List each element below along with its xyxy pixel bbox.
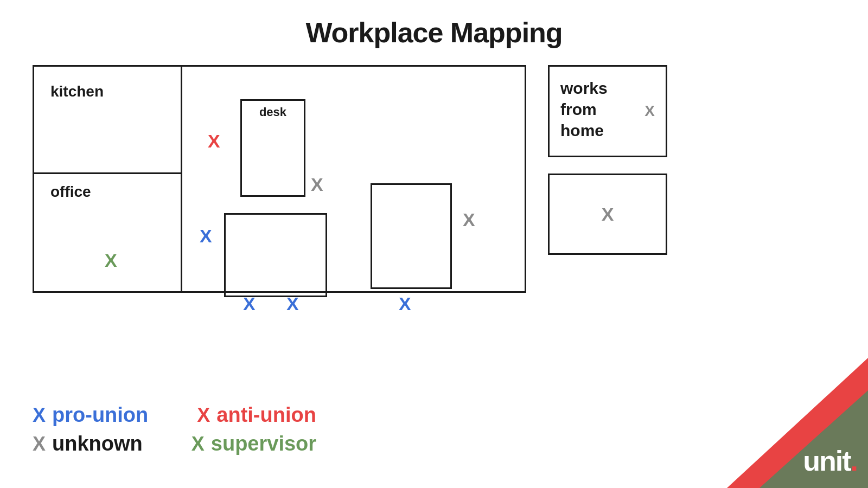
legend-unknown-label: unknown <box>52 432 143 455</box>
marker-prounion-right-table-bottom: X <box>399 294 411 313</box>
legend-anti-union-label: anti-union <box>216 403 316 427</box>
table-mid <box>224 213 327 297</box>
legend-supervisor-label: supervisor <box>211 432 316 455</box>
marker-supervisor-office: X <box>105 251 117 269</box>
marker-unknown-right-top: X <box>463 210 475 229</box>
legend-supervisor-x: X <box>192 434 205 454</box>
unit-logo: unit. <box>803 445 857 477</box>
legend-anti-union-x: X <box>197 406 210 425</box>
kitchen-label: kitchen <box>50 83 104 100</box>
legend-pro-union-x: X <box>33 406 46 425</box>
works-from-home-box: worksfromhome X <box>548 65 667 157</box>
marker-prounion-table-mid-left: X <box>243 294 256 313</box>
legend-anti-union: X anti-union <box>197 403 316 427</box>
legend-unknown-x: X <box>33 434 46 454</box>
legend-pro-union: X pro-union <box>33 403 148 427</box>
legend-row-2: X unknown X supervisor <box>33 432 316 455</box>
floor-plan: kitchen office desk X X X X X X X X <box>33 65 526 293</box>
page-title: Workplace Mapping <box>0 0 868 49</box>
legend-supervisor: X supervisor <box>192 432 316 455</box>
empty-panel-box: X <box>548 174 667 255</box>
vertical-divider <box>181 67 182 291</box>
desk-label: desk <box>259 105 286 119</box>
corner-decoration: unit. <box>727 358 868 488</box>
horizontal-divider <box>34 172 181 174</box>
legend-pro-union-label: pro-union <box>52 403 148 427</box>
right-panels: worksfromhome X X <box>548 65 667 255</box>
works-from-home-text: worksfromhome <box>560 78 655 141</box>
marker-prounion-table-mid-right: X <box>286 294 299 313</box>
desk-box: desk <box>240 99 305 197</box>
table-right <box>371 183 452 289</box>
marker-anti-union-kitchen: X <box>208 132 220 150</box>
main-content: kitchen office desk X X X X X X X X <box>0 49 868 293</box>
legend-unknown: X unknown <box>33 432 143 455</box>
unit-logo-text: unit <box>803 445 850 477</box>
marker-empty-box-unknown: X <box>602 205 614 223</box>
marker-wfh-unknown: X <box>644 102 655 120</box>
office-label: office <box>50 183 91 201</box>
legend: X pro-union X anti-union X unknown X sup… <box>33 403 316 455</box>
unit-logo-dot: . <box>851 445 857 477</box>
marker-prounion-office: X <box>200 227 212 245</box>
legend-row-1: X pro-union X anti-union <box>33 403 316 427</box>
marker-unknown-desk-right: X <box>311 175 323 194</box>
